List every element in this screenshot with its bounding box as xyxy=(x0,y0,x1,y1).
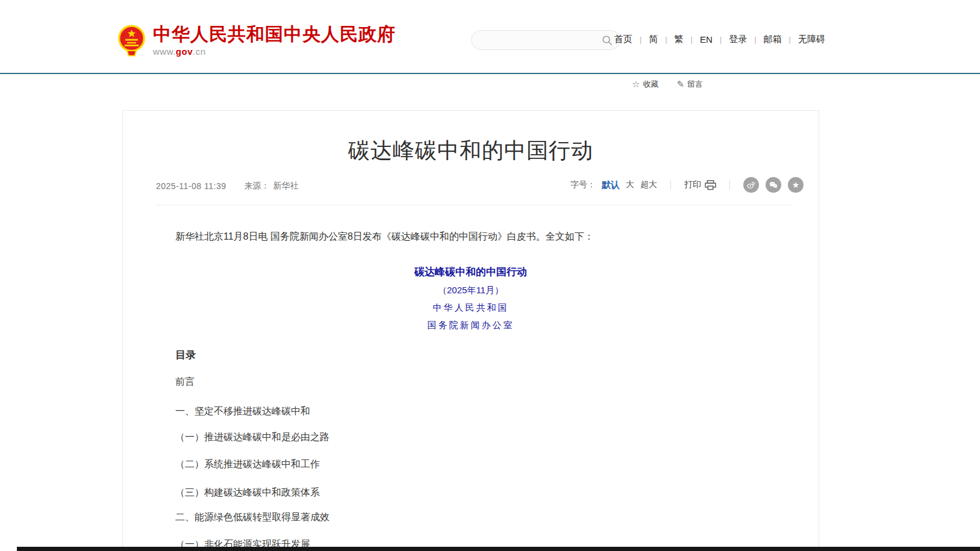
source-label: 来源： xyxy=(244,181,269,191)
site-url-suffix: .cn xyxy=(193,46,206,57)
font-size-xlarge-button[interactable]: 超大 xyxy=(640,179,657,190)
article-tools: 字号： 默认 大 超大 打印 xyxy=(570,177,804,193)
print-label: 打印 xyxy=(684,179,701,190)
nav-link-english[interactable]: EN xyxy=(699,34,714,45)
toc-item-2: 二、能源绿色低碳转型取得显著成效 xyxy=(175,511,329,523)
share-favorite-button[interactable]: ★ xyxy=(788,177,804,193)
tools-separator xyxy=(729,180,730,190)
search-icon[interactable] xyxy=(602,35,613,46)
nav-separator: | xyxy=(665,35,667,44)
nav-separator: | xyxy=(691,35,693,44)
favorite-label: 收藏 xyxy=(643,79,658,90)
quick-actions: ☆ 收藏 ✎ 留言 xyxy=(632,79,703,90)
share-icons: ★ xyxy=(743,177,804,193)
gov-logo[interactable]: 中华人民共和国中央人民政府 www.gov.cn xyxy=(117,24,396,57)
font-size-default-button[interactable]: 默认 xyxy=(602,179,620,191)
article-title: 碳达峰碳中和的中国行动 xyxy=(123,136,819,166)
brand-text: 中华人民共和国中央人民政府 www.gov.cn xyxy=(153,24,396,57)
toc-heading: 目录 xyxy=(175,348,196,362)
doc-title: 碳达峰碳中和的中国行动 xyxy=(123,265,819,279)
tools-separator xyxy=(670,180,671,190)
comment-button[interactable]: ✎ 留言 xyxy=(676,79,703,90)
font-size-large-button[interactable]: 大 xyxy=(626,179,634,190)
doc-date: （2025年11月） xyxy=(123,285,819,296)
wechat-icon xyxy=(769,180,778,190)
favorite-button[interactable]: ☆ 收藏 xyxy=(632,79,658,90)
toc-item-preface: 前言 xyxy=(175,376,195,388)
nav-link-traditional[interactable]: 繁 xyxy=(673,34,685,45)
nav-separator: | xyxy=(754,35,756,44)
site-url-gov: gov xyxy=(176,46,193,57)
nav-link-simplified[interactable]: 简 xyxy=(648,34,659,45)
toc-item-1-2: （二）系统推进碳达峰碳中和工作 xyxy=(175,458,320,470)
top-nav: 首页 | 简 | 繁 | EN | 登录 | 邮箱 | 无障碍 xyxy=(613,34,826,45)
doc-org-country: 中华人民共和国 xyxy=(123,302,819,314)
toc-item-1-1: （一）推进碳达峰碳中和是必由之路 xyxy=(175,431,329,443)
nav-link-mail[interactable]: 邮箱 xyxy=(763,34,783,45)
source-name[interactable]: 新华社 xyxy=(273,181,298,191)
doc-org-office: 国务院新闻办公室 xyxy=(123,320,819,331)
national-emblem-icon xyxy=(117,24,146,57)
site-url[interactable]: www.gov.cn xyxy=(153,46,396,57)
article-container: 碳达峰碳中和的中国行动 2025-11-08 11:39 来源： 新华社 字号：… xyxy=(122,110,819,551)
comment-label: 留言 xyxy=(687,79,703,90)
nav-separator: | xyxy=(640,35,641,44)
toc-item-1-3: （三）构建碳达峰碳中和政策体系 xyxy=(175,487,320,499)
nav-link-home[interactable]: 首页 xyxy=(613,34,634,45)
share-weibo-button[interactable] xyxy=(743,177,759,193)
site-url-prefix: www. xyxy=(153,46,176,57)
lead-paragraph: 新华社北京11月8日电 国务院新闻办公室8日发布《碳达峰碳中和的中国行动》白皮书… xyxy=(156,229,779,244)
font-size-label: 字号： xyxy=(570,179,596,190)
nav-separator: | xyxy=(789,35,791,44)
header-divider xyxy=(0,73,980,74)
star-icon: ★ xyxy=(792,181,800,189)
nav-separator: | xyxy=(720,35,722,44)
bottom-edge-bar xyxy=(17,547,980,551)
toc-item-1: 一、坚定不移推进碳达峰碳中和 xyxy=(175,405,310,417)
search-bar xyxy=(471,30,620,50)
star-outline-icon: ☆ xyxy=(632,79,640,90)
publish-date: 2025-11-08 11:39 xyxy=(156,181,226,191)
nav-link-accessibility[interactable]: 无障碍 xyxy=(797,34,826,45)
search-input[interactable] xyxy=(472,31,602,49)
weibo-icon xyxy=(746,180,756,190)
page: 中华人民共和国中央人民政府 www.gov.cn 首页 | 简 | 繁 | EN… xyxy=(0,0,980,551)
site-title: 中华人民共和国中央人民政府 xyxy=(153,24,396,45)
pencil-icon: ✎ xyxy=(676,79,684,90)
nav-link-login[interactable]: 登录 xyxy=(728,34,748,45)
share-wechat-button[interactable] xyxy=(766,177,781,193)
article-meta: 2025-11-08 11:39 来源： 新华社 xyxy=(156,181,298,191)
print-button[interactable]: 打印 xyxy=(684,179,716,190)
printer-icon xyxy=(705,180,716,190)
meta-divider xyxy=(156,205,791,205)
